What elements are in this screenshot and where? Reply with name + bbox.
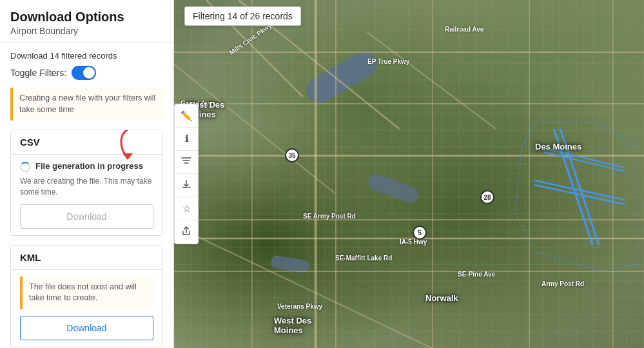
progress-area: File generation in progress bbox=[20, 161, 153, 172]
road-h2 bbox=[174, 103, 644, 104]
filter-info: Download 14 filtered records bbox=[10, 51, 163, 61]
download-icon bbox=[181, 179, 191, 191]
road-h1 bbox=[174, 52, 644, 53]
kml-notice: The file does not exist and will take ti… bbox=[20, 276, 153, 309]
map-toolbar: ✏️ ℹ ☆ bbox=[174, 104, 199, 244]
road-v4 bbox=[529, 0, 530, 348]
kml-download-button[interactable]: Download bbox=[20, 316, 153, 340]
kml-section: KML The file does not exist and will tak… bbox=[10, 245, 163, 347]
warning-text: Creating a new file with your filters wi… bbox=[19, 93, 155, 114]
road-v1 bbox=[251, 0, 253, 348]
shield-35: 35 bbox=[285, 148, 299, 162]
road-h5 bbox=[174, 271, 644, 272]
info-tool-button[interactable]: ℹ bbox=[175, 128, 198, 151]
kml-format-body: The file does not exist and will take ti… bbox=[11, 270, 162, 347]
map-area[interactable]: Mills Civic Pkwy EP True Pkwy Railroad A… bbox=[174, 0, 644, 348]
toggle-filters-switch[interactable] bbox=[72, 66, 96, 80]
filter-badge: Filtering 14 of 26 records bbox=[184, 6, 301, 26]
download-tool-button[interactable] bbox=[175, 174, 198, 197]
filter-tool-button[interactable] bbox=[175, 151, 198, 174]
filter-badge-text: Filtering 14 of 26 records bbox=[193, 11, 293, 21]
loading-spinner bbox=[20, 162, 30, 172]
road-h3 bbox=[174, 155, 644, 157]
panel-subtitle: Airport Boundary bbox=[10, 26, 163, 36]
share-tool-button[interactable] bbox=[175, 220, 198, 244]
map-image: Mills Civic Pkwy EP True Pkwy Railroad A… bbox=[174, 0, 644, 348]
warning-notice: Creating a new file with your filters wi… bbox=[10, 88, 163, 121]
svg-marker-0 bbox=[122, 153, 133, 160]
star-tool-button[interactable]: ☆ bbox=[175, 197, 198, 220]
toggle-row: Toggle Filters: bbox=[10, 66, 163, 80]
panel-title: Download Options bbox=[10, 9, 163, 24]
share-icon bbox=[181, 226, 191, 238]
progress-sub: We are creating the file. This may take … bbox=[20, 176, 153, 198]
panel-body: Download 14 filtered records Toggle Filt… bbox=[0, 43, 173, 348]
left-panel: Download Options Airport Boundary Downlo… bbox=[0, 0, 174, 348]
road-v5 bbox=[612, 0, 614, 348]
progress-label: File generation in progress bbox=[35, 161, 143, 171]
shield-5: 5 bbox=[413, 226, 427, 240]
toggle-label: Toggle Filters: bbox=[10, 68, 66, 78]
csv-format-label: CSV bbox=[11, 130, 162, 155]
star-icon: ☆ bbox=[182, 203, 191, 215]
kml-notice-text: The file does not exist and will take ti… bbox=[29, 282, 137, 303]
road-v2 bbox=[335, 0, 337, 348]
info-icon: ℹ bbox=[185, 133, 188, 144]
csv-download-button: Download bbox=[20, 204, 153, 229]
csv-format-body: File generation in progress We are creat… bbox=[11, 155, 162, 235]
pencil-tool-button[interactable]: ✏️ bbox=[175, 104, 198, 128]
kml-format-label: KML bbox=[11, 246, 162, 270]
shield-28: 28 bbox=[480, 190, 494, 204]
panel-header: Download Options Airport Boundary bbox=[0, 0, 173, 43]
filter-icon bbox=[181, 156, 191, 168]
csv-section: CSV File generation in progress We are c… bbox=[10, 130, 163, 236]
road-h4 bbox=[174, 219, 644, 220]
pencil-icon: ✏️ bbox=[181, 110, 193, 122]
road-v3 bbox=[432, 0, 433, 348]
